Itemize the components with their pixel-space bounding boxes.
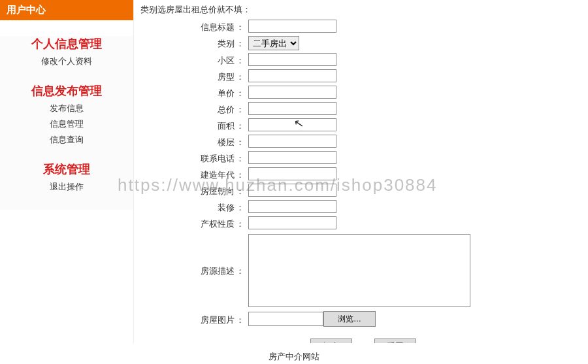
input-phone[interactable]: [248, 151, 336, 164]
label-orientation: 房屋朝向：: [140, 184, 248, 197]
sidebar: 用户中心 个人信息管理 修改个人资料 信息发布管理 发布信息 信息管理 信息查询…: [0, 0, 134, 343]
label-category: 类别：: [140, 36, 248, 50]
file-path-display[interactable]: [248, 312, 323, 326]
reset-button[interactable]: 重置: [374, 339, 416, 343]
label-community: 小区：: [140, 53, 248, 67]
submit-button[interactable]: 提交: [310, 339, 352, 343]
sidebar-item-logout[interactable]: 退出操作: [0, 181, 133, 193]
form-note: 类别选房屋出租总价就不填：: [140, 4, 581, 16]
label-phone: 联系电话：: [140, 151, 248, 165]
input-totalprice[interactable]: [248, 102, 336, 115]
select-category[interactable]: 二手房出: [248, 36, 299, 50]
label-property: 产权性质：: [140, 216, 248, 230]
label-floor: 楼层：: [140, 135, 248, 148]
input-property[interactable]: [248, 216, 336, 229]
input-area[interactable]: [248, 118, 336, 131]
textarea-description[interactable]: [248, 234, 470, 307]
file-input-visual: 浏览…: [248, 311, 376, 327]
input-layout[interactable]: [248, 69, 336, 82]
input-orientation[interactable]: [248, 184, 336, 197]
label-layout: 房型：: [140, 69, 248, 83]
sidebar-content: 个人信息管理 修改个人资料 信息发布管理 发布信息 信息管理 信息查询 系统管理…: [0, 36, 133, 210]
label-title: 信息标题：: [140, 20, 248, 33]
input-community[interactable]: [248, 53, 336, 66]
action-row: 提交 重置: [310, 339, 581, 343]
browse-button[interactable]: 浏览…: [323, 311, 376, 327]
sidebar-section-system: 系统管理: [0, 161, 133, 177]
input-floor[interactable]: [248, 135, 336, 148]
label-totalprice: 总价：: [140, 102, 248, 116]
label-unitprice: 单价：: [140, 86, 248, 99]
label-buildyear: 建造年代：: [140, 167, 248, 181]
label-decoration: 装修：: [140, 200, 248, 214]
input-unitprice[interactable]: [248, 86, 336, 99]
sidebar-section-personal: 个人信息管理: [0, 36, 133, 52]
sidebar-section-publish: 信息发布管理: [0, 83, 133, 99]
label-area: 面积：: [140, 118, 248, 132]
sidebar-item-manage-info[interactable]: 信息管理: [0, 118, 133, 130]
label-image: 房屋图片：: [140, 312, 248, 326]
label-description: 房源描述：: [140, 234, 248, 277]
main-content: 类别选房屋出租总价就不填： 信息标题： 类别： 二手房出 小区： 房型： 单价：…: [134, 0, 588, 343]
sidebar-item-query-info[interactable]: 信息查询: [0, 134, 133, 146]
footer-text: 房产中介网站: [0, 351, 588, 363]
input-title[interactable]: [248, 20, 336, 33]
sidebar-item-publish-info[interactable]: 发布信息: [0, 103, 133, 114]
sidebar-item-edit-profile[interactable]: 修改个人资料: [0, 56, 133, 67]
input-decoration[interactable]: [248, 200, 336, 213]
input-buildyear[interactable]: [248, 167, 336, 180]
sidebar-header: 用户中心: [0, 0, 133, 20]
